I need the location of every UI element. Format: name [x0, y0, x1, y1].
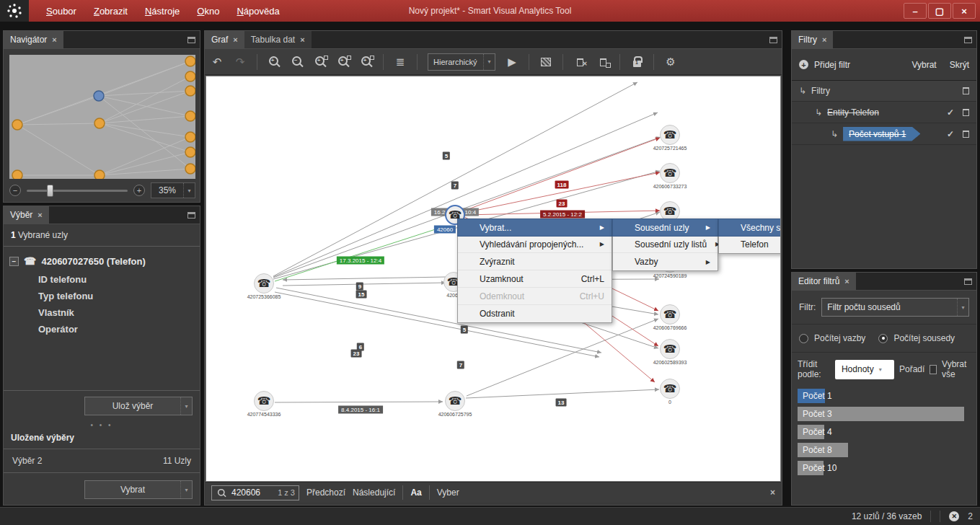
menu-okno[interactable]: Okno [190, 3, 226, 19]
maximize-button[interactable]: ▢ [928, 3, 951, 19]
delete-selected-button[interactable]: ✕ [573, 54, 586, 70]
graph-node-R6[interactable]: ☎ [660, 339, 680, 359]
close-icon[interactable]: × [233, 35, 237, 44]
close-icon[interactable]: × [844, 277, 849, 286]
menu-item[interactable]: Odstranit [458, 305, 612, 322]
menu-item[interactable]: OdemknoutCtrl+U [458, 288, 612, 305]
graph-canvas[interactable]: 17.3.2015 - 12:45.2.2015 - 12:28.4.2015 … [206, 76, 781, 482]
tab-filters[interactable]: Filtry × [792, 31, 833, 48]
check-icon[interactable]: ✓ [947, 107, 954, 118]
menu-item[interactable]: UzamknoutCtrl+L [458, 270, 612, 288]
radio-count-edges[interactable] [799, 334, 808, 343]
filters-select-button[interactable]: Vybrat [911, 60, 936, 70]
save-selection-button[interactable]: Ulož výběr ▾ [84, 397, 193, 415]
dock-icon[interactable] [964, 278, 972, 285]
layout-stack-button[interactable]: ≣ [394, 54, 407, 70]
close-icon[interactable]: × [300, 35, 304, 44]
undo-button[interactable]: ↶ [211, 54, 224, 70]
duplicate-button[interactable] [596, 54, 609, 70]
run-layout-button[interactable]: ▶ [506, 54, 518, 70]
menu-item[interactable]: Vybrat...▶ [457, 219, 612, 237]
chevron-down-icon[interactable]: ▾ [180, 397, 192, 415]
zoom-out-button[interactable]: − [291, 54, 304, 70]
search-value[interactable]: 420606 [231, 488, 274, 498]
layout-dropdown[interactable]: Hierarchický▾ [428, 53, 495, 71]
menu-soubor[interactable]: Soubor [39, 3, 84, 19]
menu-item[interactable]: Telefon [719, 236, 781, 253]
select-all-checkbox[interactable] [930, 365, 937, 374]
menu-nástroje[interactable]: Nástroje [138, 3, 187, 19]
filter-value-row[interactable]: Počet 8 [798, 443, 971, 457]
menu-item[interactable]: Všechny sousední uzly [718, 219, 781, 237]
error-icon[interactable]: ✕ [949, 511, 959, 521]
select-button[interactable]: Vybrat ▾ [84, 480, 193, 499]
graph-node-L1[interactable]: ☎ [254, 273, 274, 294]
graph-node-M3[interactable]: ☎ [445, 391, 465, 411]
graph-node-R5[interactable]: ☎ [660, 304, 680, 325]
zoom-slider-handle[interactable] [47, 185, 53, 197]
tab-filter-editor[interactable]: Editor filtrů × [792, 273, 856, 290]
dock-icon[interactable] [964, 37, 972, 43]
export-image-button[interactable] [539, 54, 552, 70]
splitter-handle[interactable]: • • • [4, 421, 200, 430]
menu-item[interactable]: Sousední uzly▶ [612, 219, 718, 237]
close-button[interactable]: × [953, 3, 976, 19]
zoom-in-minimap-button[interactable]: + [133, 185, 145, 196]
zoom-value-dropdown[interactable]: 35% ▾ [151, 182, 195, 198]
dock-icon[interactable] [187, 212, 195, 219]
menu-item[interactable]: Vazby▶ [613, 253, 718, 270]
sort-dropdown[interactable]: Hodnoty ▾ [835, 360, 894, 379]
search-input[interactable]: 420606 1 z 3 [211, 485, 299, 500]
graph-node-L2[interactable]: ☎ [254, 391, 274, 411]
zoom-region-button[interactable]: + [314, 54, 327, 70]
match-case-toggle[interactable]: Aa [410, 488, 421, 498]
chevron-down-icon[interactable]: ▾ [483, 54, 495, 70]
selected-node-row[interactable]: − ☎ 420607027650 (Telefon) [9, 255, 194, 267]
filter-value-row[interactable]: Počet 1 [798, 389, 971, 403]
tab-tabulka-dat[interactable]: Tabulka dat × [244, 31, 312, 48]
filter-count-row[interactable]: ↳ Počet vstupů 1 ✓ [792, 123, 976, 145]
filter-value-row[interactable]: Počet 3 [798, 407, 971, 421]
menu-item[interactable]: Zvýraznit [458, 253, 612, 270]
close-icon[interactable]: × [37, 211, 42, 219]
dock-icon[interactable] [187, 37, 195, 43]
filters-hide-button[interactable]: Skrýt [950, 60, 969, 70]
trash-icon[interactable] [963, 87, 969, 94]
radio-count-neighbors[interactable] [878, 334, 888, 343]
filter-entity-row[interactable]: ↳ Entity Telefon ✓ [792, 102, 976, 123]
filter-dropdown[interactable]: Filtr počtu sousedů ▾ [821, 298, 969, 317]
filter-value-row[interactable]: Počet 4 [798, 425, 971, 439]
chevron-down-icon[interactable]: ▾ [180, 481, 192, 498]
trash-icon[interactable] [963, 109, 969, 116]
filter-root-row[interactable]: ↳ Filtry [792, 81, 976, 102]
menu-nápověda[interactable]: Nápověda [229, 3, 286, 19]
filter-value-row[interactable]: Počet 10 [798, 461, 971, 475]
menu-item[interactable]: Sousední uzly listů▶ [613, 236, 718, 253]
chevron-down-icon[interactable]: ▾ [183, 183, 195, 198]
lock-button[interactable]: 1 [630, 54, 643, 70]
zoom-out-minimap-button[interactable]: − [9, 185, 21, 196]
close-icon[interactable]: × [52, 35, 56, 44]
tab-graf[interactable]: Graf × [205, 31, 244, 48]
search-next-button[interactable]: Následující [353, 488, 395, 498]
check-icon[interactable]: ✓ [947, 129, 954, 139]
search-prev-button[interactable]: Předchozí [306, 488, 345, 498]
menu-zobrazit[interactable]: Zobrazit [87, 3, 135, 19]
zoom-in-button[interactable]: + [268, 54, 281, 70]
settings-button[interactable]: ⚙ [664, 54, 677, 70]
add-filter-button[interactable]: Přidej filtr [814, 60, 850, 70]
minimap[interactable] [9, 55, 195, 179]
tab-selection[interactable]: Výběr × [4, 206, 49, 224]
trash-icon[interactable] [963, 131, 969, 138]
graph-node-R1[interactable]: ☎ [660, 125, 680, 145]
chevron-down-icon[interactable]: ▾ [957, 299, 968, 316]
graph-node-R2[interactable]: ☎ [660, 163, 680, 183]
zoom-slider[interactable] [27, 190, 128, 192]
zoom-fit-button[interactable]: + [360, 54, 373, 70]
redo-button[interactable]: ↷ [234, 54, 247, 70]
close-search-icon[interactable]: × [770, 488, 775, 498]
search-select-button[interactable]: Vyber [437, 488, 459, 498]
close-icon[interactable]: × [822, 35, 826, 44]
collapse-icon[interactable]: − [9, 257, 19, 266]
tab-navigator[interactable]: Navigátor × [4, 31, 63, 48]
